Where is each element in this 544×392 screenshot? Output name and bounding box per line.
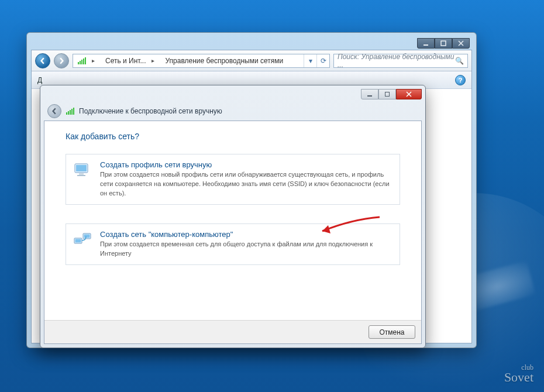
svg-rect-7	[77, 175, 85, 176]
explorer-titlebar	[31, 37, 472, 50]
dialog-footer: Отмена	[44, 320, 421, 343]
wizard-dialog: Подключение к беспроводной сети вручную …	[40, 85, 426, 348]
dialog-back-button[interactable]	[47, 104, 61, 118]
svg-rect-9	[75, 239, 81, 242]
search-icon: 🔍	[455, 57, 464, 65]
svg-rect-11	[84, 234, 90, 238]
search-placeholder: Поиск: Управление беспроводными ...	[338, 53, 455, 69]
dialog-maximize-button	[378, 89, 396, 99]
breadcrumb[interactable]: ▸ Сеть и Инт... ▸ Управление беспроводны…	[73, 54, 330, 68]
close-button[interactable]	[452, 38, 470, 49]
option-create-adhoc-network[interactable]: Создать сеть "компьютер-компьютер" При э…	[66, 223, 400, 265]
adhoc-network-icon	[73, 230, 92, 249]
option-desc: При этом создается временная сеть для об…	[100, 240, 392, 259]
option-title: Создать профиль сети вручную	[100, 160, 392, 169]
dialog-title: Подключение к беспроводной сети вручную	[79, 107, 222, 115]
option-title: Создать сеть "компьютер-компьютер"	[100, 230, 392, 239]
breadcrumb-seg[interactable]: Сеть и Инт...	[105, 57, 146, 65]
chevron-right-icon: ▸	[149, 57, 157, 64]
breadcrumb-dropdown[interactable]: ▾	[304, 54, 316, 67]
chevron-right-icon: ▸	[89, 57, 97, 64]
cancel-button[interactable]: Отмена	[369, 325, 415, 339]
monitor-icon	[73, 160, 92, 179]
back-button[interactable]	[35, 53, 50, 68]
refresh-button[interactable]: ⟳	[316, 54, 329, 67]
network-signal-icon	[66, 108, 74, 115]
svg-rect-3	[385, 92, 390, 97]
dialog-close-button[interactable]	[396, 89, 422, 99]
dialog-minimize-button[interactable]	[361, 89, 378, 99]
svg-rect-6	[79, 173, 84, 175]
nav-bar: ▸ Сеть и Инт... ▸ Управление беспроводны…	[32, 50, 471, 71]
svg-rect-5	[76, 165, 87, 171]
option-create-profile-manually[interactable]: Создать профиль сети вручную При этом со…	[66, 154, 400, 205]
toolbar-left: Д	[37, 76, 42, 84]
help-icon[interactable]: ?	[455, 75, 466, 85]
breadcrumb-seg[interactable]: Управление беспроводными сетями	[165, 57, 283, 65]
search-input[interactable]: Поиск: Управление беспроводными ... 🔍	[333, 54, 468, 68]
option-desc: При этом создается новый профиль сети ил…	[100, 170, 392, 198]
dialog-heading: Как добавить сеть?	[66, 132, 400, 141]
minimize-button[interactable]	[417, 38, 435, 49]
svg-rect-2	[367, 95, 372, 97]
svg-rect-0	[424, 44, 428, 46]
forward-button[interactable]	[54, 53, 69, 68]
network-signal-icon	[78, 57, 86, 64]
maximize-button[interactable]	[435, 38, 452, 49]
svg-rect-1	[441, 41, 446, 46]
